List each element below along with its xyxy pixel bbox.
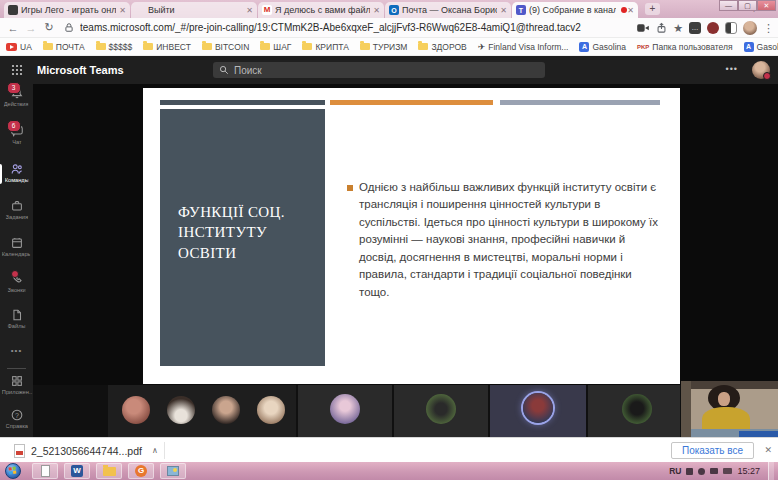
pdf-file-icon xyxy=(14,444,25,458)
tray-flag-icon[interactable] xyxy=(686,468,693,475)
sidebar-label: Задания xyxy=(5,214,28,220)
tray-volume-icon[interactable] xyxy=(710,468,718,474)
tab-teams-meeting[interactable]: T (9) Собрание в канале "Ge ✕ xyxy=(512,2,638,18)
download-bar-close-icon[interactable]: ✕ xyxy=(764,445,772,455)
sidebar-item-chat[interactable]: 6 Чат xyxy=(0,124,33,145)
tab-title: Я делюсь с вами файлом 2_521 xyxy=(275,5,370,15)
participant-avatar-active-speaker[interactable] xyxy=(523,393,553,423)
sidebar-item-calls[interactable]: Звонки xyxy=(0,272,33,293)
window-minimize-button[interactable]: — xyxy=(719,0,738,11)
teams-app-title: Microsoft Teams xyxy=(37,64,124,76)
bookmark-gasolina-1[interactable]: AGasolina xyxy=(579,42,626,52)
back-icon[interactable]: ← xyxy=(4,22,22,34)
bullet-square-icon xyxy=(347,185,353,191)
sidebar-item-teams[interactable]: Команды xyxy=(0,162,33,183)
sidebar-item-assignments[interactable]: Задания xyxy=(0,199,33,220)
new-tab-button[interactable]: + xyxy=(645,3,660,15)
sidebar-item-help[interactable]: ? Справка xyxy=(0,408,33,429)
bookmark-star-icon[interactable]: ★ xyxy=(673,22,683,35)
bookmark-turizm[interactable]: ТУРИЗМ xyxy=(360,42,408,52)
bookmark-pochta[interactable]: ПОЧТА xyxy=(43,42,85,52)
sidebar-label: Звонки xyxy=(7,287,25,293)
participant-avatar[interactable] xyxy=(122,396,150,424)
browser-menu-icon[interactable]: ⋮ xyxy=(763,22,774,35)
tab-gmail-share[interactable]: M Я делюсь с вами файлом 2_521 ✕ xyxy=(258,2,384,18)
tab-close-icon[interactable]: ✕ xyxy=(500,6,507,15)
participant-avatar[interactable] xyxy=(167,396,195,424)
sidebar-extension-icon[interactable] xyxy=(725,22,737,34)
calendar-icon xyxy=(10,236,24,250)
teams-search-input[interactable]: Поиск xyxy=(213,62,545,78)
sidebar-item-files[interactable]: Файлы xyxy=(0,308,33,329)
tab-title: (9) Собрание в канале "Ge xyxy=(529,5,616,15)
bookmark-ua[interactable]: UA xyxy=(6,42,32,52)
tab-close-icon[interactable]: ✕ xyxy=(373,6,380,15)
bookmark-invest[interactable]: ИНВЕСТ xyxy=(143,42,191,52)
participant-avatar[interactable] xyxy=(212,396,240,424)
slide-body-text: Однією з найбільш важливих функцій інсти… xyxy=(359,179,665,301)
tray-network-icon[interactable] xyxy=(698,468,705,475)
taskbar-item-document[interactable] xyxy=(32,463,58,479)
sidebar-label: Чат xyxy=(12,139,21,145)
extension-tile-icon[interactable]: … xyxy=(689,22,701,34)
sidebar-item-activity[interactable]: 3 Действия xyxy=(0,86,33,107)
browser-profile-avatar[interactable] xyxy=(743,21,757,35)
participant-avatar[interactable] xyxy=(622,394,652,424)
language-indicator[interactable]: RU xyxy=(669,466,681,476)
tab-close-icon[interactable]: ✕ xyxy=(627,6,634,15)
word-icon: W xyxy=(71,465,83,477)
taskbar-item-image-viewer[interactable] xyxy=(160,463,186,479)
teams-header-more-icon[interactable]: ••• xyxy=(726,64,738,74)
bookmark-gasolina-2[interactable]: AGasolina xyxy=(744,42,778,52)
taskbar-item-word[interactable]: W xyxy=(64,463,90,479)
bookmark-user-folder[interactable]: PKPПапка пользователя xyxy=(637,42,733,52)
help-icon: ? xyxy=(10,408,24,422)
bookmark-bitcoin[interactable]: BITCOIN xyxy=(202,42,249,52)
forward-icon[interactable]: → xyxy=(22,22,40,34)
tab-close-icon[interactable]: ✕ xyxy=(119,6,126,15)
tab-outlook-mail[interactable]: O Почта — Оксана Борисівна Пет ✕ xyxy=(385,2,511,18)
window-close-button[interactable]: ✕ xyxy=(757,0,776,11)
bookmark-finland-visa[interactable]: ✈Finland Visa Inform... xyxy=(478,42,569,52)
slide-accent-bar-dark xyxy=(160,100,325,105)
bookmark-money[interactable]: $$$$$ xyxy=(96,42,133,52)
reload-icon[interactable]: ↻ xyxy=(40,21,58,34)
tab-sign-out[interactable]: Выйти ✕ xyxy=(131,2,257,18)
bookmark-kripta[interactable]: КРИПТА xyxy=(302,42,348,52)
adblock-extension-icon[interactable] xyxy=(707,22,719,34)
participant-avatar[interactable] xyxy=(426,394,456,424)
tray-power-icon[interactable] xyxy=(723,468,732,474)
bookmark-shag[interactable]: ШАГ xyxy=(260,42,291,52)
download-options-chevron-icon[interactable]: ∧ xyxy=(152,446,158,455)
taskbar-clock[interactable]: 15:27 xyxy=(737,466,760,476)
taskbar-item-browser[interactable]: G xyxy=(128,463,154,479)
tab-close-icon[interactable]: ✕ xyxy=(246,6,253,15)
apps-grid-icon xyxy=(10,374,24,388)
bookmark-zdorov[interactable]: ЗДОРОВ xyxy=(418,42,466,52)
downloaded-file-chip[interactable]: 2_5213056644744...pdf ∧ xyxy=(8,442,165,459)
participant-avatar[interactable] xyxy=(257,396,285,424)
participants-strip xyxy=(33,385,778,437)
show-all-downloads-button[interactable]: Показать все xyxy=(671,442,754,459)
participant-avatar[interactable] xyxy=(330,394,360,424)
document-icon xyxy=(41,465,50,477)
sidebar-item-apps[interactable]: Приложен... xyxy=(0,374,33,395)
share-icon[interactable] xyxy=(656,22,667,34)
presentation-slide: ФУНКЦІЇ СОЦ. ІНСТИТУТУ ОСВІТИ Однією з н… xyxy=(143,88,680,384)
system-tray: RU 15:27 xyxy=(669,462,774,480)
folder-icon xyxy=(260,43,270,50)
taskbar-item-explorer[interactable] xyxy=(96,463,122,479)
sidebar-more-button[interactable]: ••• xyxy=(0,346,33,355)
window-maximize-button[interactable]: ▢ xyxy=(738,0,757,11)
tab-lego-games[interactable]: Игры Лего - играть онлайн бес ✕ xyxy=(4,2,130,18)
bookmark-label: Папка пользователя xyxy=(652,42,732,52)
microsoft-favicon xyxy=(135,5,145,15)
self-view-video[interactable] xyxy=(681,381,778,437)
bookmark-label: КРИПТА xyxy=(315,42,348,52)
camera-icon[interactable] xyxy=(636,23,650,33)
sidebar-item-calendar[interactable]: Календарь xyxy=(0,236,33,257)
orange-app-icon: G xyxy=(135,465,147,477)
show-desktop-button[interactable] xyxy=(768,462,774,480)
url-text[interactable]: teams.microsoft.com/_#/pre-join-calling/… xyxy=(80,22,600,33)
app-launcher-waffle-icon[interactable] xyxy=(11,64,23,76)
